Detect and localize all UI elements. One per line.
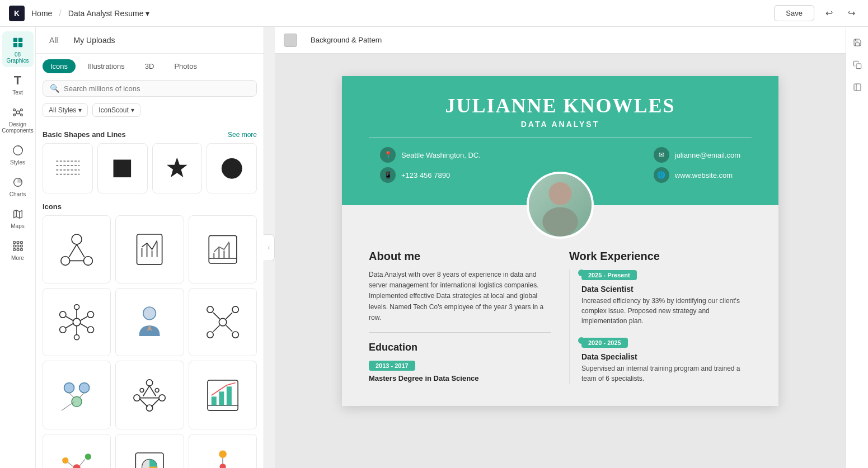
canvas-scroll[interactable]: JULIANNE KNOWLES DATA ANALYST 📍 Seattle … <box>275 54 846 468</box>
iconscout-filter[interactable]: IconScout ▾ <box>92 103 140 117</box>
svg-point-81 <box>134 394 140 400</box>
design-components-icon <box>10 105 26 120</box>
charts-label: Charts <box>10 191 26 197</box>
svg-rect-30 <box>114 159 132 177</box>
svg-line-59 <box>66 324 74 328</box>
icon-cell-data-chart[interactable] <box>189 215 257 283</box>
icon-cell-growth-chart[interactable] <box>189 361 257 429</box>
sub-tab-illustrations[interactable]: Illustrations <box>80 59 133 73</box>
icons-section-title: Icons <box>43 202 62 211</box>
svg-point-68 <box>207 332 213 338</box>
svg-point-6 <box>20 109 22 111</box>
icon-cell-circle[interactable] <box>207 143 257 193</box>
icon-cell-triangle-nodes[interactable] <box>189 434 257 468</box>
basic-shapes-title: Basic Shapes and Lines <box>43 130 126 139</box>
charts-icon <box>10 174 26 190</box>
sub-tab-3d[interactable]: 3D <box>137 59 162 73</box>
job-title-0: Data Scientist <box>581 285 752 294</box>
svg-rect-95 <box>227 386 232 405</box>
sidebar-item-text[interactable]: T Text <box>2 69 34 99</box>
icon-cell-data-people[interactable] <box>43 361 111 429</box>
location-icon: 📍 <box>380 147 396 163</box>
text-label: Text <box>12 89 22 96</box>
icon-cell-person-tie[interactable] <box>115 288 184 356</box>
svg-line-70 <box>213 313 219 319</box>
icon-cell-star[interactable] <box>152 143 203 193</box>
svg-line-37 <box>77 244 85 257</box>
undo-button[interactable]: ↩ <box>821 6 837 21</box>
svg-point-117 <box>548 182 571 205</box>
svg-point-75 <box>79 382 90 393</box>
sidebar-item-charts[interactable]: Charts <box>2 171 34 201</box>
bg-color-swatch[interactable] <box>284 34 297 47</box>
chevron-down-icon: ▾ <box>131 106 134 114</box>
edu-degree-0: Masters Degree in Data Science <box>369 374 551 382</box>
svg-point-56 <box>74 335 79 340</box>
experience-title: Work Experience <box>569 250 752 263</box>
app-logo[interactable]: K <box>9 6 25 21</box>
sub-tab-icons[interactable]: Icons <box>43 59 76 73</box>
timeline-dot-0 <box>578 270 585 276</box>
svg-rect-17 <box>13 242 15 244</box>
svg-rect-23 <box>13 249 15 251</box>
svg-line-102 <box>80 459 85 465</box>
svg-rect-20 <box>13 245 15 247</box>
icon-cell-colorful-nodes[interactable] <box>43 434 111 468</box>
resume-photo <box>527 172 594 239</box>
svg-point-109 <box>219 450 227 458</box>
resume-role: DATA ANALYST <box>369 120 752 129</box>
doc-title[interactable]: Data Analyst Resume ▾ <box>68 9 150 18</box>
svg-line-12 <box>18 113 20 115</box>
svg-line-9 <box>15 110 17 112</box>
tab-all[interactable]: All <box>43 31 65 49</box>
all-styles-filter[interactable]: All Styles ▾ <box>43 103 88 117</box>
sub-tab-photos[interactable]: Photos <box>166 59 204 73</box>
job-title-1: Data Specialist <box>581 352 752 361</box>
svg-line-78 <box>79 393 85 398</box>
svg-rect-19 <box>20 242 22 244</box>
basic-shapes-section-header: Basic Shapes and Lines See more <box>43 130 257 139</box>
duplicate-icon[interactable] <box>848 56 866 74</box>
bg-pattern-button[interactable]: Background & Pattern <box>304 34 388 46</box>
more-label: More <box>11 255 24 261</box>
more-icon <box>10 238 26 254</box>
icon-cell-connections[interactable] <box>189 288 257 356</box>
svg-line-57 <box>66 316 74 321</box>
sidebar-item-more[interactable]: More <box>2 235 34 264</box>
redo-button[interactable]: ↪ <box>843 6 859 21</box>
sidebar-item-maps[interactable]: Maps <box>2 203 34 233</box>
copy-icon[interactable] <box>848 78 866 96</box>
svg-point-66 <box>207 306 213 313</box>
contact-email: ✉ julianne@email.com <box>654 147 740 163</box>
svg-point-55 <box>74 305 79 310</box>
icon-cell-network-people[interactable] <box>43 215 111 283</box>
icon-cell-pie-chart-doc[interactable] <box>115 434 184 468</box>
svg-point-84 <box>140 388 144 392</box>
svg-rect-120 <box>854 84 861 91</box>
svg-point-118 <box>542 207 578 236</box>
maps-label: Maps <box>11 223 24 229</box>
left-panel: All My Uploads Icons Illustrations 3D Ph… <box>36 27 264 468</box>
icon-cell-nodes[interactable] <box>43 288 111 356</box>
sidebar-item-design-components[interactable]: Design Components <box>2 101 34 137</box>
resume-name: JULIANNE KNOWLES <box>369 94 752 117</box>
icon-cell-square[interactable] <box>97 143 148 193</box>
save-button[interactable]: Save <box>774 5 814 21</box>
svg-point-7 <box>13 114 15 116</box>
home-link[interactable]: Home <box>31 9 52 18</box>
svg-line-89 <box>152 399 159 406</box>
svg-point-52 <box>87 311 93 318</box>
icon-cell-chart-doc[interactable] <box>115 215 184 283</box>
search-input[interactable] <box>64 84 250 93</box>
save-to-cloud-icon[interactable] <box>848 34 866 51</box>
svg-point-50 <box>73 318 81 326</box>
icon-cell-lines[interactable] <box>43 143 93 193</box>
svg-point-96 <box>73 464 81 468</box>
tab-my-uploads[interactable]: My Uploads <box>65 31 124 49</box>
svg-point-63 <box>143 307 156 320</box>
sidebar-item-graphics[interactable]: 08 Graphics <box>2 31 34 67</box>
see-more-basic-shapes[interactable]: See more <box>228 131 257 139</box>
sidebar-item-styles[interactable]: Styles <box>2 139 34 169</box>
icon-cell-data-nodes[interactable] <box>115 361 184 429</box>
collapse-panel-button[interactable]: ‹ <box>264 234 275 261</box>
